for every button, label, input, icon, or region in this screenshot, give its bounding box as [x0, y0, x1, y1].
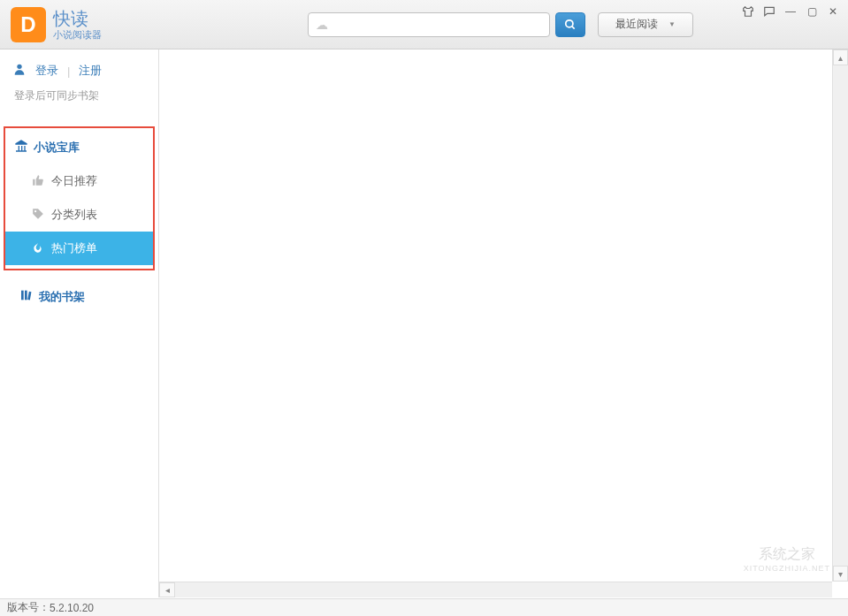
svg-rect-4	[25, 291, 27, 300]
app-title: 快读	[53, 8, 102, 29]
svg-line-1	[572, 26, 575, 28]
skin-icon[interactable]	[742, 5, 754, 18]
watermark-sub: XITONGZHIJIA.NET	[744, 564, 830, 573]
nav-item-label: 今日推荐	[51, 173, 97, 189]
auth-links: 登录 | 注册	[12, 62, 146, 80]
corner-watermark: 系统之家 XITONGZHIJIA.NET	[744, 545, 830, 573]
svg-point-0	[566, 19, 573, 27]
horizontal-scrollbar[interactable]: ◂	[159, 582, 832, 597]
tag-icon	[32, 208, 44, 223]
recent-read-button[interactable]: 最近阅读 ▼	[598, 12, 693, 37]
logo-area: D 快读 小说阅读器	[0, 7, 102, 42]
auth-hint: 登录后可同步书架	[14, 88, 146, 103]
minimize-button[interactable]: —	[784, 5, 797, 18]
library-icon	[14, 139, 28, 156]
nav-item-label: 分类列表	[51, 207, 97, 223]
library-title: 小说宝库	[34, 140, 80, 156]
app-logo-icon: D	[11, 7, 46, 42]
content-area: ▴ ▾ ◂ 系统之家 XITONGZHIJIA.NET	[159, 49, 848, 597]
svg-rect-3	[21, 291, 24, 300]
bookshelf-title: 我的书架	[39, 289, 85, 305]
scroll-left-button[interactable]: ◂	[159, 582, 175, 597]
app-header: D 快读 小说阅读器 ☁ 最近阅读 ▼ — ▢	[0, 0, 848, 49]
version-number: 5.2.10.20	[50, 602, 94, 614]
scroll-up-button[interactable]: ▴	[833, 49, 848, 65]
logo-text: 快读 小说阅读器	[53, 8, 102, 41]
section-bookshelf[interactable]: 我的书架	[11, 278, 155, 314]
thumbs-up-icon	[32, 174, 44, 189]
search-icon	[564, 19, 577, 31]
watermark-main: 系统之家	[759, 545, 815, 564]
bookshelf-icon	[19, 288, 34, 305]
section-library[interactable]: 小说宝库	[5, 128, 153, 164]
feedback-icon[interactable]	[763, 5, 775, 18]
version-label: 版本号：	[7, 600, 50, 615]
recent-read-label: 最近阅读	[615, 17, 658, 32]
logo-letter: D	[20, 12, 35, 37]
svg-rect-5	[27, 292, 31, 300]
app-subtitle: 小说阅读器	[53, 29, 102, 41]
svg-point-2	[17, 65, 21, 69]
close-button[interactable]: ✕	[827, 5, 839, 18]
auth-separator: |	[67, 65, 70, 78]
nav-item-label: 热门榜单	[51, 240, 97, 256]
search-button[interactable]	[555, 12, 585, 37]
nav-item-hot[interactable]: 热门榜单	[5, 232, 153, 265]
fire-icon	[32, 241, 44, 256]
dropdown-arrow-icon: ▼	[668, 20, 676, 28]
scroll-down-button[interactable]: ▾	[833, 566, 848, 582]
nav-item-today[interactable]: 今日推荐	[5, 164, 153, 198]
vertical-scrollbar[interactable]: ▴ ▾	[832, 49, 848, 582]
main-area: 登录 | 注册 登录后可同步书架 小说宝库 今日推荐	[0, 49, 848, 597]
auth-area: 登录 | 注册 登录后可同步书架	[0, 62, 158, 110]
maximize-button[interactable]: ▢	[806, 5, 818, 18]
window-controls: — ▢ ✕	[742, 5, 839, 18]
sidebar: 登录 | 注册 登录后可同步书架 小说宝库 今日推荐	[0, 49, 159, 597]
nav-item-category[interactable]: 分类列表	[5, 198, 153, 232]
search-input[interactable]	[333, 13, 542, 36]
user-icon	[12, 62, 27, 80]
highlight-box: 小说宝库 今日推荐 分类列表 热门榜单	[4, 126, 155, 270]
cloud-icon: ☁	[316, 18, 328, 32]
search-area: ☁ 最近阅读 ▼	[308, 12, 693, 37]
login-link[interactable]: 登录	[35, 63, 58, 79]
status-bar: 版本号： 5.2.10.20	[0, 598, 848, 616]
register-link[interactable]: 注册	[79, 63, 102, 79]
search-box[interactable]: ☁	[308, 12, 550, 37]
